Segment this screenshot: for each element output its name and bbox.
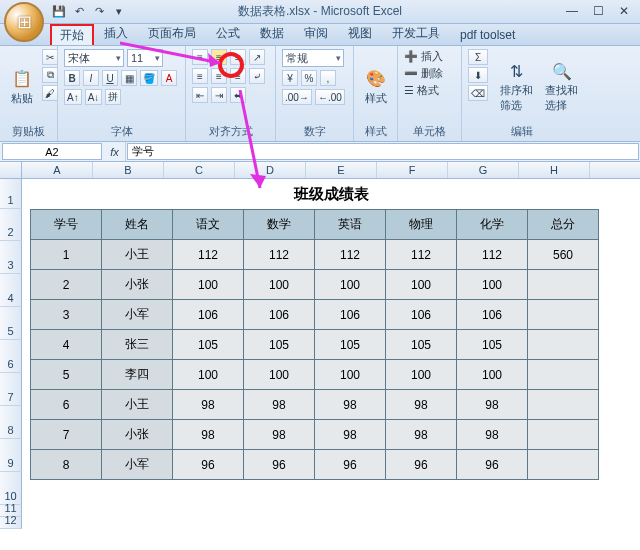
data-cell[interactable]: 小王 (102, 240, 173, 270)
find-button[interactable]: 🔍 查找和 选择 (541, 49, 582, 123)
align-top-button[interactable]: ≡ (192, 49, 208, 65)
data-cell[interactable]: 96 (457, 450, 528, 480)
align-bottom-button[interactable]: ≡ (230, 49, 246, 65)
name-box[interactable]: A2 (2, 143, 102, 160)
row-header-5[interactable]: 5 (0, 307, 22, 340)
wrap-text-button[interactable]: ⤶ (249, 68, 265, 84)
data-cell[interactable]: 106 (315, 300, 386, 330)
tab-4[interactable]: 数据 (250, 22, 294, 45)
data-cell[interactable]: 3 (31, 300, 102, 330)
italic-button[interactable]: I (83, 70, 99, 86)
increase-decimal-button[interactable]: .00→ (282, 89, 312, 105)
font-color-button[interactable]: A (161, 70, 177, 86)
header-cell[interactable]: 总分 (528, 210, 599, 240)
align-middle-button[interactable]: ≡ (211, 49, 227, 65)
col-header-H[interactable]: H (519, 162, 590, 178)
office-button[interactable]: ⊞ (4, 2, 44, 42)
styles-button[interactable]: 🎨 样式 (360, 49, 392, 123)
data-cell[interactable] (528, 270, 599, 300)
grow-font-button[interactable]: A↑ (64, 89, 82, 105)
format-painter-button[interactable]: 🖌 (42, 85, 58, 101)
tab-1[interactable]: 插入 (94, 22, 138, 45)
merge-button[interactable]: ⬌ (230, 87, 246, 103)
data-cell[interactable]: 112 (386, 240, 457, 270)
cut-button[interactable]: ✂ (42, 49, 58, 65)
header-cell[interactable]: 姓名 (102, 210, 173, 240)
data-cell[interactable]: 98 (244, 390, 315, 420)
comma-button[interactable]: , (320, 70, 336, 86)
row-header-8[interactable]: 8 (0, 406, 22, 439)
data-cell[interactable]: 100 (386, 360, 457, 390)
qat-redo[interactable]: ↷ (90, 3, 108, 21)
data-cell[interactable]: 100 (315, 270, 386, 300)
col-header-B[interactable]: B (93, 162, 164, 178)
header-cell[interactable]: 物理 (386, 210, 457, 240)
col-header-G[interactable]: G (448, 162, 519, 178)
col-header-F[interactable]: F (377, 162, 448, 178)
data-cell[interactable]: 560 (528, 240, 599, 270)
decrease-indent-button[interactable]: ⇤ (192, 87, 208, 103)
tab-6[interactable]: 视图 (338, 22, 382, 45)
delete-cells-button[interactable]: ➖删除 (404, 66, 455, 81)
data-cell[interactable]: 98 (315, 390, 386, 420)
data-cell[interactable]: 105 (386, 330, 457, 360)
data-cell[interactable]: 98 (173, 390, 244, 420)
shrink-font-button[interactable]: A↓ (85, 89, 103, 105)
clear-button[interactable]: ⌫ (468, 85, 488, 101)
data-cell[interactable]: 张三 (102, 330, 173, 360)
data-cell[interactable]: 100 (244, 360, 315, 390)
tab-0[interactable]: 开始 (50, 24, 94, 45)
data-cell[interactable]: 112 (315, 240, 386, 270)
number-format-combo[interactable]: 常规 (282, 49, 344, 67)
tab-2[interactable]: 页面布局 (138, 22, 206, 45)
data-cell[interactable]: 100 (173, 270, 244, 300)
row-header-2[interactable]: 2 (0, 209, 22, 241)
data-cell[interactable]: 4 (31, 330, 102, 360)
header-cell[interactable]: 英语 (315, 210, 386, 240)
row-header-7[interactable]: 7 (0, 373, 22, 406)
data-cell[interactable]: 106 (386, 300, 457, 330)
data-cell[interactable]: 100 (457, 270, 528, 300)
row-header-12[interactable]: 12 (0, 517, 22, 529)
qat-undo[interactable]: ↶ (70, 3, 88, 21)
header-cell[interactable]: 数学 (244, 210, 315, 240)
data-cell[interactable]: 98 (457, 390, 528, 420)
data-cell[interactable]: 小军 (102, 300, 173, 330)
data-cell[interactable]: 98 (386, 420, 457, 450)
data-cell[interactable]: 98 (386, 390, 457, 420)
data-cell[interactable]: 98 (457, 420, 528, 450)
data-cell[interactable]: 96 (315, 450, 386, 480)
select-all-corner[interactable] (0, 162, 22, 178)
data-cell[interactable]: 105 (315, 330, 386, 360)
row-header-1[interactable]: 1 (0, 179, 22, 209)
data-cell[interactable]: 100 (457, 360, 528, 390)
data-cell[interactable]: 100 (386, 270, 457, 300)
close-button[interactable]: ✕ (612, 2, 636, 20)
font-size-combo[interactable]: 11 (127, 49, 163, 67)
row-header-6[interactable]: 6 (0, 340, 22, 373)
data-cell[interactable]: 8 (31, 450, 102, 480)
minimize-button[interactable]: — (560, 2, 584, 20)
tab-3[interactable]: 公式 (206, 22, 250, 45)
formula-input[interactable]: 学号 (127, 143, 639, 160)
paste-button[interactable]: 📋 粘贴 (6, 49, 38, 123)
align-center-button[interactable]: ≡ (211, 68, 227, 84)
row-header-9[interactable]: 9 (0, 439, 22, 472)
increase-indent-button[interactable]: ⇥ (211, 87, 227, 103)
qat-save[interactable]: 💾 (50, 3, 68, 21)
data-cell[interactable]: 96 (173, 450, 244, 480)
data-cell[interactable]: 100 (315, 360, 386, 390)
data-cell[interactable]: 小军 (102, 450, 173, 480)
align-right-button[interactable]: ≡ (230, 68, 246, 84)
insert-cells-button[interactable]: ➕插入 (404, 49, 455, 64)
data-cell[interactable]: 105 (244, 330, 315, 360)
col-header-A[interactable]: A (22, 162, 93, 178)
data-cell[interactable]: 96 (244, 450, 315, 480)
data-cell[interactable]: 96 (386, 450, 457, 480)
maximize-button[interactable]: ☐ (586, 2, 610, 20)
data-cell[interactable]: 106 (457, 300, 528, 330)
data-cell[interactable] (528, 420, 599, 450)
data-cell[interactable]: 112 (173, 240, 244, 270)
align-left-button[interactable]: ≡ (192, 68, 208, 84)
fill-button[interactable]: 🪣 (140, 70, 158, 86)
